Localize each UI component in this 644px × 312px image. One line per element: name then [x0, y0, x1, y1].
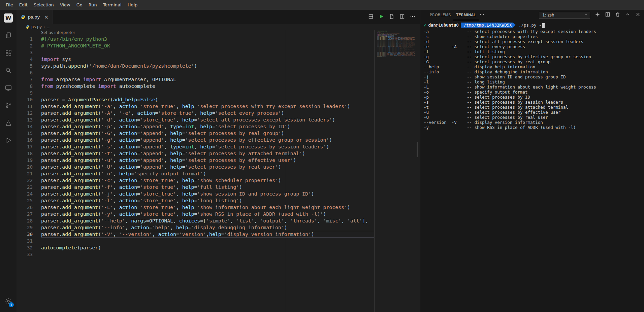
code-line-5[interactable]: 5sys.path.append('/home/dan/Documents/py… — [17, 63, 420, 69]
code-line-6[interactable]: 6 — [17, 69, 420, 76]
activity-run-and-debug-button[interactable] — [0, 132, 17, 149]
line-number: 28 — [17, 217, 41, 224]
panel-tab-terminal[interactable]: TERMINAL — [453, 10, 478, 20]
code-line-20[interactable]: 20parser.add_argument('-U', action='appe… — [17, 164, 420, 170]
menu-edit[interactable]: Edit — [16, 0, 31, 10]
line-number: 23 — [17, 184, 41, 190]
code-text: parser.add_argument('-p', action='append… — [41, 123, 290, 130]
line-number: 11 — [17, 103, 41, 110]
activity-search-button[interactable] — [0, 62, 17, 79]
shell-selector-dropdown[interactable]: 1: zsh — [539, 12, 590, 19]
panel-tab-problems[interactable]: PROBLEMS — [427, 10, 453, 20]
python-file-icon — [21, 14, 26, 20]
code-text: parser.add_argument('-L', action='store_… — [41, 204, 350, 211]
code-text: #!/usr/bin/env python3 — [41, 36, 107, 42]
code-line-1[interactable]: 1#!/usr/bin/env python3 — [17, 36, 420, 42]
code-line-3[interactable]: 3 — [17, 49, 420, 56]
code-line-2[interactable]: 2# PYTHON_ARGCOMPLETE_OK — [17, 42, 420, 49]
code-line-14[interactable]: 14parser.add_argument('-p', action='appe… — [17, 123, 420, 130]
completion-row: -s -- select processes by session leader… — [424, 100, 644, 105]
code-line-26[interactable]: 26parser.add_argument('-L', action='stor… — [17, 204, 420, 211]
code-line-16[interactable]: 16parser.add_argument('-g', action='appe… — [17, 137, 420, 143]
testing-icon — [5, 119, 12, 127]
new-terminal-button[interactable] — [595, 12, 600, 19]
split-terminal-icon — [605, 12, 610, 17]
line-number: 15 — [17, 130, 41, 137]
activity-remote-explorer-button[interactable] — [0, 79, 17, 97]
menu-go[interactable]: Go — [73, 0, 86, 10]
code-line-11[interactable]: 11parser.add_argument('-a', action='stor… — [17, 103, 420, 110]
line-number: 1 — [17, 36, 41, 42]
code-line-24[interactable]: 24parser.add_argument('-j', action='stor… — [17, 190, 420, 197]
split-editor-button[interactable] — [399, 14, 405, 21]
code-line-12[interactable]: 12parser.add_argument('-A', '-e', action… — [17, 110, 420, 116]
line-number: 26 — [17, 204, 41, 211]
prompt-user-host: dan@Lubuntu0 — [428, 23, 459, 28]
maximize-panel-button[interactable] — [625, 12, 631, 19]
line-number: 22 — [17, 177, 41, 184]
code-line-15[interactable]: 15parser.add_argument('-G', action='appe… — [17, 130, 420, 137]
breadcrumb[interactable]: ps.py › ... — [17, 24, 420, 30]
code-line-32[interactable]: 32autocomplete(parser) — [17, 244, 420, 251]
terminal[interactable]: ✔dan@Lubuntu0/tmp/tmp.L4N32KWD5X./ps.py … — [420, 20, 644, 312]
code-line-19[interactable]: 19parser.add_argument('-u', action='appe… — [17, 157, 420, 164]
close-panel-button[interactable] — [635, 12, 641, 19]
activity-explorer-button[interactable] — [0, 27, 17, 44]
open-changes-button[interactable] — [389, 14, 394, 21]
code-line-28[interactable]: 28parser.add_argument('--help', nargs=OP… — [17, 217, 420, 224]
toggle-layout-button[interactable] — [368, 14, 374, 21]
code-line-23[interactable]: 23parser.add_argument('-f', action='stor… — [17, 184, 420, 190]
menu-help[interactable]: Help — [125, 0, 141, 10]
close-tab-icon[interactable]: × — [44, 14, 49, 20]
editor[interactable]: Set as interpreter 1#!/usr/bin/env pytho… — [17, 30, 420, 312]
code-line-22[interactable]: 22parser.add_argument('-c', action='stor… — [17, 177, 420, 184]
kill-terminal-button[interactable] — [615, 12, 620, 19]
code-text: parser.add_argument('-A', '-e', action='… — [41, 110, 284, 116]
code-line-29[interactable]: 29parser.add_argument('--info', action='… — [17, 224, 420, 231]
split-terminal-button[interactable] — [605, 12, 610, 19]
menu-selection[interactable]: Selection — [31, 0, 57, 10]
code-line-10[interactable]: 10parser = ArgumentParser(add_help=False… — [17, 96, 420, 103]
code-text: parser.add_argument('-f', action='store_… — [41, 184, 242, 190]
line-number: 21 — [17, 170, 41, 177]
prompt-status-check: ✔ — [424, 23, 426, 28]
menu-terminal[interactable]: Terminal — [100, 0, 125, 10]
code-line-31[interactable]: 31 — [17, 238, 420, 244]
code-line-8[interactable]: 8from pyzshcomplete import autocomplete — [17, 83, 420, 90]
more-actions-icon — [410, 14, 415, 19]
breadcrumb-file[interactable]: ps.py — [31, 25, 42, 29]
line-number: 5 — [17, 63, 41, 69]
settings-gear-button[interactable]: 1 — [0, 294, 17, 308]
more-actions-button[interactable] — [410, 14, 415, 21]
completion-row: --version -V -- display version informat… — [424, 120, 644, 125]
line-number: 2 — [17, 42, 41, 49]
completion-row: -u -- select processes by effective user — [424, 110, 644, 115]
panel-more-actions-icon[interactable] — [479, 12, 485, 19]
activity-testing-button[interactable] — [0, 114, 17, 132]
run-python-file-button[interactable] — [379, 14, 384, 21]
app-logo[interactable]: W — [4, 13, 13, 23]
menu-view[interactable]: View — [57, 0, 73, 10]
code-line-30[interactable]: 30parser.add_argument('-V', '--version',… — [17, 231, 420, 238]
tab-ps-py[interactable]: ps.py × — [17, 10, 53, 24]
explorer-icon — [5, 32, 12, 39]
code-line-18[interactable]: 18parser.add_argument('-t', action='appe… — [17, 150, 420, 157]
code-line-25[interactable]: 25parser.add_argument('-l', action='stor… — [17, 197, 420, 204]
menu-run[interactable]: Run — [86, 0, 100, 10]
powerline-arrow-icon — [513, 23, 516, 27]
activity-source-control-button[interactable] — [0, 97, 17, 114]
menu-file[interactable]: File — [3, 0, 16, 10]
code-line-7[interactable]: 7from argparse import ArgumentParser, OP… — [17, 76, 420, 83]
code-line-9[interactable]: 9 — [17, 90, 420, 96]
code-line-27[interactable]: 27parser.add_argument('-y', action='stor… — [17, 211, 420, 217]
activity-extensions-button[interactable] — [0, 44, 17, 62]
code-line-21[interactable]: 21parser.add_argument('-o', help='specif… — [17, 170, 420, 177]
code-line-13[interactable]: 13parser.add_argument('-d', action='stor… — [17, 116, 420, 123]
codelens-set-interpreter[interactable]: Set as interpreter — [41, 30, 420, 36]
terminal-prompt-line: ✔dan@Lubuntu0/tmp/tmp.L4N32KWD5X./ps.py … — [424, 23, 644, 28]
code-line-4[interactable]: 4import sys — [17, 56, 420, 63]
line-number: 6 — [17, 69, 41, 76]
breadcrumb-ellipsis[interactable]: ... — [47, 25, 51, 29]
code-line-33[interactable]: 33 — [17, 251, 420, 258]
code-line-17[interactable]: 17parser.add_argument('-s', action='appe… — [17, 143, 420, 150]
